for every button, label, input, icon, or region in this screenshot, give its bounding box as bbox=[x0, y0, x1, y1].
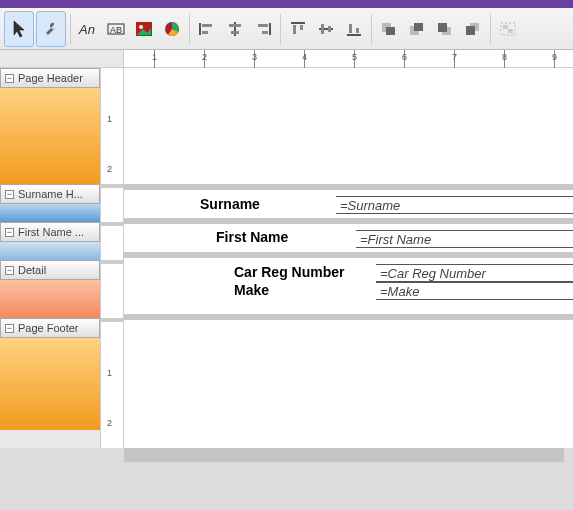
align-left-button[interactable] bbox=[194, 12, 220, 46]
svg-rect-8 bbox=[202, 31, 208, 34]
bottom-area bbox=[0, 448, 573, 510]
field-carreg[interactable]: =Car Reg Number bbox=[376, 264, 573, 282]
collapse-icon[interactable]: − bbox=[5, 324, 14, 333]
separator bbox=[490, 14, 491, 44]
section-surname-header[interactable]: − Surname H... bbox=[0, 184, 100, 222]
field-firstname[interactable]: =First Name bbox=[356, 230, 573, 248]
font-style-button[interactable]: An bbox=[75, 12, 101, 46]
ruler-tick bbox=[254, 50, 255, 68]
svg-rect-29 bbox=[438, 23, 447, 32]
align-center-button[interactable] bbox=[222, 12, 248, 46]
field-surname[interactable]: =Surname bbox=[336, 196, 573, 214]
svg-rect-23 bbox=[356, 28, 359, 33]
band-page-footer[interactable] bbox=[124, 320, 573, 448]
ruler-tick bbox=[354, 50, 355, 68]
section-page-footer[interactable]: − Page Footer bbox=[0, 318, 100, 430]
section-label: First Name ... bbox=[18, 226, 84, 238]
textbox-icon: AB bbox=[107, 21, 125, 37]
horizontal-ruler-row bbox=[0, 50, 573, 68]
ruler-split bbox=[101, 260, 123, 264]
field-make[interactable]: =Make bbox=[376, 282, 573, 300]
ruler-tick bbox=[454, 50, 455, 68]
horizontal-ruler[interactable] bbox=[124, 50, 573, 67]
svg-rect-19 bbox=[321, 24, 324, 34]
ruler-tick bbox=[204, 50, 205, 68]
chart-button[interactable] bbox=[159, 12, 185, 46]
horizontal-scrollbar[interactable] bbox=[124, 448, 564, 462]
arrange-forward-button[interactable] bbox=[404, 12, 430, 46]
ruler-split bbox=[101, 184, 123, 188]
separator bbox=[371, 14, 372, 44]
textbox-button[interactable]: AB bbox=[103, 12, 129, 46]
band-detail[interactable]: Car Reg Number =Car Reg Number Make =Mak… bbox=[124, 258, 573, 314]
toolbar: An AB bbox=[0, 0, 573, 50]
section-header-bar[interactable]: − Surname H... bbox=[0, 184, 100, 204]
svg-rect-31 bbox=[466, 26, 475, 35]
ruler-tick bbox=[304, 50, 305, 68]
design-mode-button[interactable] bbox=[36, 11, 66, 47]
svg-rect-27 bbox=[414, 23, 423, 31]
section-label: Page Footer bbox=[18, 322, 79, 334]
align-right-icon bbox=[254, 21, 272, 37]
pointer-icon bbox=[11, 19, 27, 39]
vruler-num: 1 bbox=[107, 114, 112, 124]
arrange-backward-icon bbox=[436, 21, 454, 37]
svg-rect-10 bbox=[229, 24, 241, 27]
align-right-button[interactable] bbox=[250, 12, 276, 46]
svg-rect-14 bbox=[262, 31, 268, 34]
section-page-header[interactable]: − Page Header bbox=[0, 68, 100, 184]
report-canvas[interactable]: Surname =Surname First Name =First Name … bbox=[124, 68, 573, 448]
svg-point-4 bbox=[139, 25, 143, 29]
vertical-ruler[interactable]: 1 2 1 2 bbox=[100, 68, 124, 448]
section-firstname-header[interactable]: − First Name ... bbox=[0, 222, 100, 260]
svg-rect-20 bbox=[328, 26, 331, 32]
band-firstname-header[interactable]: First Name =First Name bbox=[124, 224, 573, 252]
valign-bottom-button[interactable] bbox=[341, 12, 367, 46]
arrange-back-icon bbox=[464, 21, 482, 37]
wrench-icon bbox=[42, 20, 60, 38]
ruler-tick bbox=[554, 50, 555, 68]
valign-middle-icon bbox=[317, 21, 335, 37]
section-header-bar[interactable]: − Page Header bbox=[0, 68, 100, 88]
vruler-num: 2 bbox=[107, 418, 112, 428]
sections-column: − Page Header − Surname H... − First Nam… bbox=[0, 68, 100, 448]
svg-rect-11 bbox=[231, 31, 239, 34]
label-make[interactable]: Make bbox=[234, 282, 269, 298]
section-header-bar[interactable]: − First Name ... bbox=[0, 222, 100, 242]
section-detail[interactable]: − Detail bbox=[0, 260, 100, 318]
pointer-tool-button[interactable] bbox=[4, 11, 34, 47]
band-surname-header[interactable]: Surname =Surname bbox=[124, 190, 573, 218]
section-label: Surname H... bbox=[18, 188, 83, 200]
svg-rect-17 bbox=[300, 25, 303, 30]
arrange-front-icon bbox=[380, 21, 398, 37]
arrange-back-button[interactable] bbox=[460, 12, 486, 46]
section-body bbox=[0, 204, 100, 222]
ruler-tick bbox=[154, 50, 155, 68]
design-area: − Page Header − Surname H... − First Nam… bbox=[0, 68, 573, 448]
valign-middle-button[interactable] bbox=[313, 12, 339, 46]
collapse-icon[interactable]: − bbox=[5, 74, 14, 83]
valign-bottom-icon bbox=[345, 21, 363, 37]
arrange-backward-button[interactable] bbox=[432, 12, 458, 46]
collapse-icon[interactable]: − bbox=[5, 190, 14, 199]
label-surname[interactable]: Surname bbox=[200, 196, 260, 212]
collapse-icon[interactable]: − bbox=[5, 266, 14, 275]
valign-top-button[interactable] bbox=[285, 12, 311, 46]
arrange-front-button[interactable] bbox=[376, 12, 402, 46]
group-button[interactable] bbox=[495, 12, 521, 46]
image-icon bbox=[135, 21, 153, 37]
section-body bbox=[0, 280, 100, 318]
image-button[interactable] bbox=[131, 12, 157, 46]
section-header-bar[interactable]: − Detail bbox=[0, 260, 100, 280]
label-firstname[interactable]: First Name bbox=[216, 229, 288, 245]
label-carreg[interactable]: Car Reg Number bbox=[234, 264, 344, 280]
band-page-header[interactable] bbox=[124, 68, 573, 184]
vruler-num: 2 bbox=[107, 164, 112, 174]
section-label: Detail bbox=[18, 264, 46, 276]
section-body bbox=[0, 88, 100, 184]
section-header-bar[interactable]: − Page Footer bbox=[0, 318, 100, 338]
svg-rect-34 bbox=[508, 29, 513, 33]
section-body bbox=[0, 338, 100, 430]
collapse-icon[interactable]: − bbox=[5, 228, 14, 237]
vruler-num: 1 bbox=[107, 368, 112, 378]
